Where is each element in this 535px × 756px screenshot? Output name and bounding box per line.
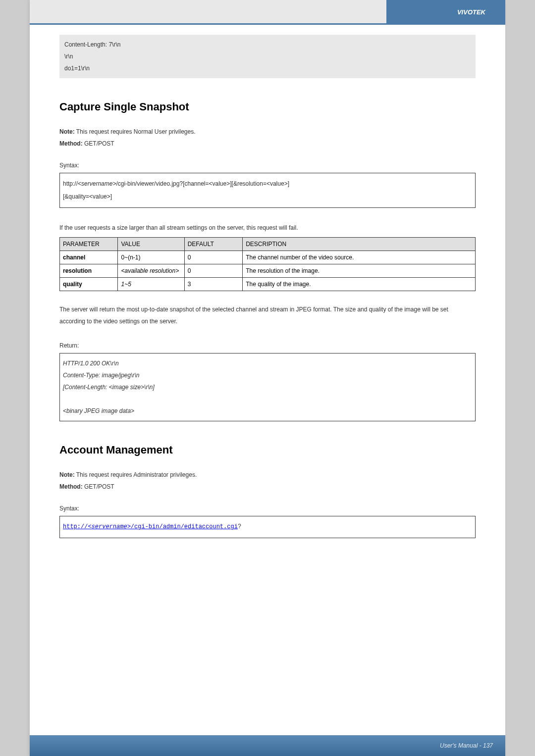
td-parameter: channel [60,251,118,264]
section-heading-account: Account Management [59,444,476,456]
return-line: HTTP/1.0 200 OK\r\n [63,357,472,369]
table-header-row: PARAMETER VALUE DEFAULT DESCRIPTION [60,238,476,251]
intro-text: If the user requests a size larger than … [59,223,476,234]
td-value: 0~(n-1) [118,251,184,264]
syntax-rest: /cgi-bin/viewer/video.jpg?[channel=<valu… [116,180,289,187]
syntax-box: http://<servername>/cgi-bin/admin/editac… [59,516,476,538]
syntax-prefix: http:// [63,180,78,187]
return-line: <binary JPEG image data> [63,405,472,417]
syntax-line: http://<servername>/cgi-bin/viewer/video… [63,177,472,190]
note-label: Note: [59,471,75,478]
syntax-label: Syntax: [59,162,476,169]
th-default: DEFAULT [184,238,242,251]
return-label: Return: [59,342,476,349]
method-line: Method: GET/POST [59,140,476,147]
table-row: quality 1~5 3 The quality of the image. [60,278,476,291]
note-label: Note: [59,128,75,135]
method-text: GET/POST [83,483,114,490]
syntax-link-server: servername [92,523,127,530]
return-line: Content-Type: image/jpeg\r\n [63,369,472,381]
note-text: This request requires Administrator priv… [75,471,197,478]
td-default: 0 [184,251,242,264]
parameter-table: PARAMETER VALUE DEFAULT DESCRIPTION chan… [59,237,476,291]
th-parameter: PARAMETER [60,238,118,251]
method-text: GET/POST [83,140,114,147]
page-container: VIVOTEK Content-Length: 7\r\n \r\n do1=1… [30,0,505,756]
code-line: Content-Length: 7\r\n [64,39,471,50]
td-description: The quality of the image. [243,278,476,291]
td-parameter: resolution [60,264,118,278]
td-description: The resolution of the image. [243,264,476,278]
th-description: DESCRIPTION [243,238,476,251]
footer-bar: User's Manual - 137 [30,735,505,756]
syntax-link[interactable]: http://<servername>/cgi-bin/admin/editac… [63,523,238,530]
note-line: Note: This request requires Administrato… [59,471,476,478]
syntax-label: Syntax: [59,505,476,512]
code-block: Content-Length: 7\r\n \r\n do1=1\r\n [59,35,476,78]
syntax-link-prefix: http://< [63,523,92,530]
syntax-box: http://<servername>/cgi-bin/viewer/video… [59,173,476,208]
return-line [63,393,472,405]
body-text: The server will return the most up-to-da… [59,303,476,327]
footer-text: User's Manual - 137 [440,742,493,749]
content-area: Content-Length: 7\r\n \r\n do1=1\r\n Cap… [30,25,505,548]
brand-label: VIVOTEK [442,5,495,18]
table-row: channel 0~(n-1) 0 The channel number of … [60,251,476,264]
syntax-link-rest: >/cgi-bin/admin/editaccount.cgi [127,523,238,530]
code-line: do1=1\r\n [64,62,471,74]
return-line: [Content-Length: <image size>\r\n] [63,381,472,393]
note-text: This request requires Normal User privil… [75,128,196,135]
method-label: Method: [59,140,83,147]
td-description: The channel number of the video source. [243,251,476,264]
return-box: HTTP/1.0 200 OK\r\n Content-Type: image/… [59,353,476,421]
td-value: 1~5 [118,278,184,291]
note-line: Note: This request requires Normal User … [59,128,476,135]
table-row: resolution <available resolution> 0 The … [60,264,476,278]
method-line: Method: GET/POST [59,483,476,490]
td-default: 0 [184,264,242,278]
td-value: <available resolution> [118,264,184,278]
syntax-server: <servername> [78,180,116,187]
code-line: \r\n [64,50,471,62]
method-label: Method: [59,483,83,490]
td-default: 3 [184,278,242,291]
syntax-qmark: ? [238,523,241,530]
th-value: VALUE [118,238,184,251]
td-parameter: quality [60,278,118,291]
section-heading-snapshot: Capture Single Snapshot [59,101,476,113]
header-bar: VIVOTEK [30,0,505,25]
syntax-line: [&quality=<value>] [63,190,472,203]
